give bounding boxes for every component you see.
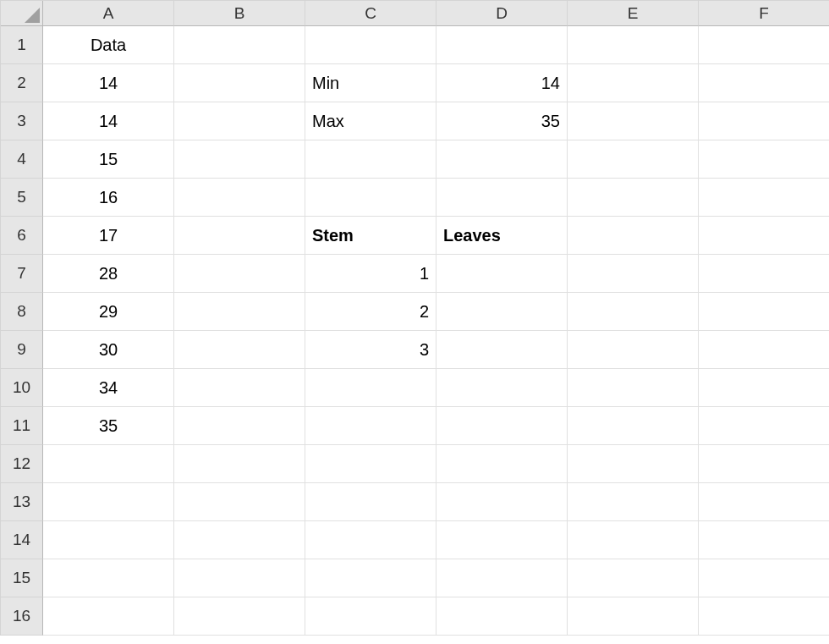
cell-F9[interactable] bbox=[699, 331, 829, 369]
cell-D13[interactable] bbox=[436, 483, 568, 521]
col-header-A[interactable]: A bbox=[43, 1, 174, 26]
cell-F6[interactable] bbox=[699, 217, 829, 255]
cell-B3[interactable] bbox=[174, 102, 305, 140]
row-header-1[interactable]: 1 bbox=[1, 26, 43, 64]
cell-E7[interactable] bbox=[568, 255, 699, 293]
cell-B6[interactable] bbox=[174, 217, 305, 255]
cell-F11[interactable] bbox=[699, 407, 829, 445]
cell-C13[interactable] bbox=[305, 483, 436, 521]
cell-E15[interactable] bbox=[568, 559, 699, 597]
cell-F5[interactable] bbox=[699, 179, 829, 217]
cell-B8[interactable] bbox=[174, 293, 305, 331]
cell-B16[interactable] bbox=[174, 597, 305, 636]
cell-B4[interactable] bbox=[174, 140, 305, 179]
cell-A16[interactable] bbox=[43, 597, 174, 636]
cell-A7[interactable]: 28 bbox=[43, 255, 174, 293]
cell-B12[interactable] bbox=[174, 445, 305, 483]
cell-F15[interactable] bbox=[699, 559, 829, 597]
cell-E10[interactable] bbox=[568, 369, 699, 407]
cell-F8[interactable] bbox=[699, 293, 829, 331]
row-header-2[interactable]: 2 bbox=[1, 64, 43, 102]
cell-A11[interactable]: 35 bbox=[43, 407, 174, 445]
cell-C6[interactable]: Stem bbox=[305, 217, 436, 255]
cell-C12[interactable] bbox=[305, 445, 436, 483]
cell-C8[interactable]: 2 bbox=[305, 293, 436, 331]
cell-C2[interactable]: Min bbox=[305, 64, 436, 102]
cell-E1[interactable] bbox=[568, 26, 699, 64]
col-header-B[interactable]: B bbox=[174, 1, 305, 26]
cell-F10[interactable] bbox=[699, 369, 829, 407]
row-header-15[interactable]: 15 bbox=[1, 559, 43, 597]
row-header-6[interactable]: 6 bbox=[1, 217, 43, 255]
cell-C7[interactable]: 1 bbox=[305, 255, 436, 293]
col-header-F[interactable]: F bbox=[699, 1, 829, 26]
cell-D5[interactable] bbox=[436, 179, 568, 217]
cell-E5[interactable] bbox=[568, 179, 699, 217]
cell-F13[interactable] bbox=[699, 483, 829, 521]
cell-E13[interactable] bbox=[568, 483, 699, 521]
cell-F12[interactable] bbox=[699, 445, 829, 483]
cell-A3[interactable]: 14 bbox=[43, 102, 174, 140]
cell-D3[interactable]: 35 bbox=[436, 102, 568, 140]
cell-D16[interactable] bbox=[436, 597, 568, 636]
cell-C1[interactable] bbox=[305, 26, 436, 64]
cell-F14[interactable] bbox=[699, 521, 829, 559]
cell-E12[interactable] bbox=[568, 445, 699, 483]
row-header-14[interactable]: 14 bbox=[1, 521, 43, 559]
select-all-corner[interactable] bbox=[1, 1, 43, 26]
cell-B1[interactable] bbox=[174, 26, 305, 64]
cell-E16[interactable] bbox=[568, 597, 699, 636]
cell-F3[interactable] bbox=[699, 102, 829, 140]
cell-B14[interactable] bbox=[174, 521, 305, 559]
cell-A15[interactable] bbox=[43, 559, 174, 597]
col-header-E[interactable]: E bbox=[568, 1, 699, 26]
cell-E9[interactable] bbox=[568, 331, 699, 369]
cell-A8[interactable]: 29 bbox=[43, 293, 174, 331]
cell-C10[interactable] bbox=[305, 369, 436, 407]
row-header-9[interactable]: 9 bbox=[1, 331, 43, 369]
col-header-D[interactable]: D bbox=[436, 1, 568, 26]
cell-C4[interactable] bbox=[305, 140, 436, 179]
cell-F7[interactable] bbox=[699, 255, 829, 293]
cell-B15[interactable] bbox=[174, 559, 305, 597]
cell-A10[interactable]: 34 bbox=[43, 369, 174, 407]
cell-A6[interactable]: 17 bbox=[43, 217, 174, 255]
cell-C5[interactable] bbox=[305, 179, 436, 217]
row-header-13[interactable]: 13 bbox=[1, 483, 43, 521]
cell-B13[interactable] bbox=[174, 483, 305, 521]
cell-E8[interactable] bbox=[568, 293, 699, 331]
row-header-7[interactable]: 7 bbox=[1, 255, 43, 293]
cell-A13[interactable] bbox=[43, 483, 174, 521]
cell-D9[interactable] bbox=[436, 331, 568, 369]
cell-B11[interactable] bbox=[174, 407, 305, 445]
cell-D14[interactable] bbox=[436, 521, 568, 559]
cell-D6[interactable]: Leaves bbox=[436, 217, 568, 255]
cell-D1[interactable] bbox=[436, 26, 568, 64]
row-header-11[interactable]: 11 bbox=[1, 407, 43, 445]
cell-D11[interactable] bbox=[436, 407, 568, 445]
cell-B9[interactable] bbox=[174, 331, 305, 369]
cell-B7[interactable] bbox=[174, 255, 305, 293]
cell-E6[interactable] bbox=[568, 217, 699, 255]
cell-C11[interactable] bbox=[305, 407, 436, 445]
cell-C3[interactable]: Max bbox=[305, 102, 436, 140]
row-header-8[interactable]: 8 bbox=[1, 293, 43, 331]
cell-E3[interactable] bbox=[568, 102, 699, 140]
row-header-3[interactable]: 3 bbox=[1, 102, 43, 140]
cell-A12[interactable] bbox=[43, 445, 174, 483]
cell-F1[interactable] bbox=[699, 26, 829, 64]
cell-D8[interactable] bbox=[436, 293, 568, 331]
cell-B2[interactable] bbox=[174, 64, 305, 102]
cell-F16[interactable] bbox=[699, 597, 829, 636]
cell-A9[interactable]: 30 bbox=[43, 331, 174, 369]
row-header-5[interactable]: 5 bbox=[1, 179, 43, 217]
cell-B10[interactable] bbox=[174, 369, 305, 407]
cell-E11[interactable] bbox=[568, 407, 699, 445]
cell-A1[interactable]: Data bbox=[43, 26, 174, 64]
cell-F2[interactable] bbox=[699, 64, 829, 102]
cell-D2[interactable]: 14 bbox=[436, 64, 568, 102]
cell-A14[interactable] bbox=[43, 521, 174, 559]
cell-C14[interactable] bbox=[305, 521, 436, 559]
cell-D10[interactable] bbox=[436, 369, 568, 407]
row-header-4[interactable]: 4 bbox=[1, 140, 43, 179]
